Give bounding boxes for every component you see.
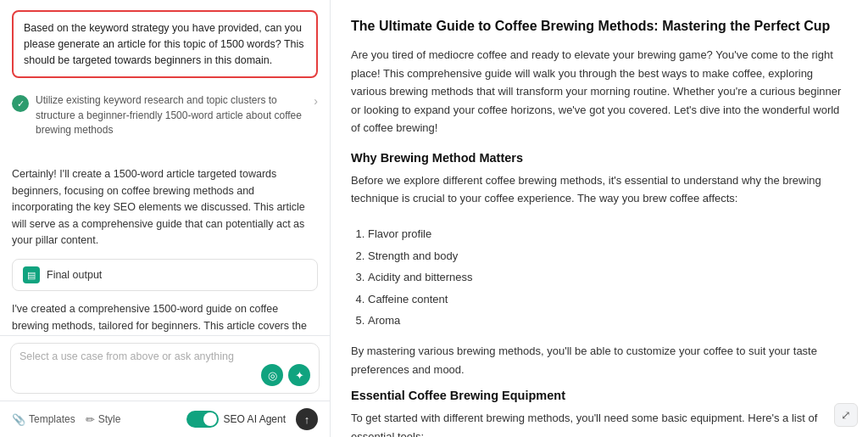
section2-title: Essential Coffee Brewing Equipment xyxy=(351,389,848,402)
final-output-label: Final output xyxy=(47,269,102,281)
templates-button[interactable]: 📎 Templates xyxy=(12,413,75,426)
assistant-text-1: Certainly! I'll create a 1500-word artic… xyxy=(12,168,305,246)
input-actions: ◎ ✦ xyxy=(19,364,310,386)
assistant-message-1: Certainly! I'll create a 1500-word artic… xyxy=(12,166,318,249)
seo-agent-label: SEO AI Agent xyxy=(224,413,286,425)
left-panel: Based on the keyword strategy you have p… xyxy=(0,0,331,437)
templates-label: Templates xyxy=(29,413,75,425)
seo-agent-toggle[interactable] xyxy=(186,411,219,428)
send-button[interactable]: ↑ xyxy=(296,408,318,430)
green-icon-button-2[interactable]: ✦ xyxy=(288,364,310,386)
style-button[interactable]: ✏ Style xyxy=(86,413,121,426)
final-output-button[interactable]: ▤ Final output xyxy=(12,259,318,291)
section2-intro: To get started with different brewing me… xyxy=(351,409,848,437)
list-item: Strength and body xyxy=(368,246,848,266)
chat-area: Based on the keyword strategy you have p… xyxy=(0,0,330,335)
list-item: Caffeine content xyxy=(368,289,848,309)
article-list: Flavor profile Strength and body Acidity… xyxy=(351,224,848,332)
input-placeholder-text: Select a use case from above or ask anyt… xyxy=(19,350,234,362)
section1-title: Why Brewing Method Matters xyxy=(351,151,848,165)
section1-outro: By mastering various brewing methods, yo… xyxy=(351,342,848,378)
seo-agent-toggle-container: SEO AI Agent xyxy=(186,411,286,428)
step-item[interactable]: ✓ Utilize existing keyword research and … xyxy=(12,88,318,143)
bottom-toolbar: 📎 Templates ✏ Style SEO AI Agent ↑ xyxy=(0,401,330,437)
assistant-text-2: I've created a comprehensive 1500-word g… xyxy=(12,303,307,335)
toggle-thumb xyxy=(203,412,217,426)
style-label: Style xyxy=(98,413,121,425)
step-text: Utilize existing keyword research and to… xyxy=(36,93,307,137)
step-content: Utilize existing keyword research and to… xyxy=(36,93,318,137)
green-icon-button-1[interactable]: ◎ xyxy=(261,364,283,386)
right-panel: The Ultimate Guide to Coffee Brewing Met… xyxy=(331,0,868,437)
section1-intro: Before we explore different coffee brewi… xyxy=(351,171,848,208)
input-icon-group: ◎ ✦ xyxy=(261,364,310,386)
article-title: The Ultimate Guide to Coffee Brewing Met… xyxy=(351,17,848,36)
final-output-icon: ▤ xyxy=(23,266,40,283)
pen-icon: ✏ xyxy=(86,413,95,426)
user-message-text: Based on the keyword strategy you have p… xyxy=(24,22,304,66)
input-box-wrapper: Select a use case from above or ask anyt… xyxy=(10,343,320,394)
send-icon: ↑ xyxy=(304,413,310,426)
input-area: Select a use case from above or ask anyt… xyxy=(0,335,330,401)
expand-icon: ⤢ xyxy=(841,408,851,422)
assistant-message-2: I've created a comprehensive 1500-word g… xyxy=(12,301,318,335)
chevron-icon: › xyxy=(314,94,318,108)
user-message: Based on the keyword strategy you have p… xyxy=(12,10,318,78)
list-item: Aroma xyxy=(368,311,848,330)
article-intro: Are you tired of mediocre coffee and rea… xyxy=(351,46,848,137)
paperclip-icon: 📎 xyxy=(12,413,25,426)
list-item: Flavor profile xyxy=(368,224,848,244)
expand-button[interactable]: ⤢ xyxy=(834,403,858,427)
step-check-icon: ✓ xyxy=(12,95,29,112)
input-box[interactable]: Select a use case from above or ask anyt… xyxy=(10,343,320,394)
list-item: Acidity and bitterness xyxy=(368,267,848,287)
